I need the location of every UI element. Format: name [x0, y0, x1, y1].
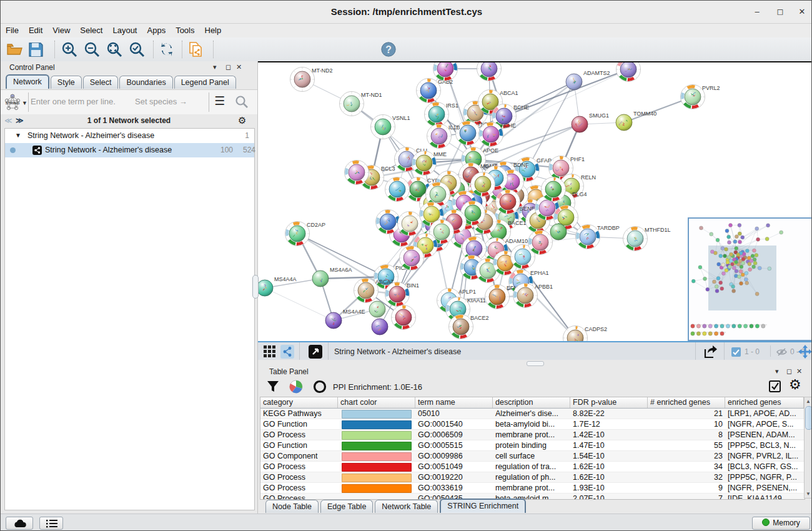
panel-close-icon[interactable]: ✕	[236, 63, 242, 71]
network-node[interactable]	[400, 246, 424, 270]
tab-boundaries[interactable]: Boundaries	[119, 76, 172, 89]
panel-menu-icon[interactable]: ▾	[213, 63, 217, 71]
panel-close-icon[interactable]: ✕	[796, 367, 802, 375]
close-button[interactable]: ✕	[795, 7, 809, 17]
network-node[interactable]	[345, 161, 369, 185]
network-node-mt-nd2[interactable]: MT-ND2	[290, 67, 333, 92]
table-row[interactable]: GO ProcessGO:0033619membrane prot...1.93…	[260, 483, 805, 494]
settings-gear-icon[interactable]: ⚙	[789, 377, 801, 393]
table-row[interactable]: GO ProcessGO:0019220regulation of ph...1…	[260, 472, 805, 483]
checkbox-icon[interactable]	[731, 347, 741, 357]
network-node[interactable]	[471, 172, 495, 197]
network-node-bace2[interactable]: BACE2	[449, 315, 489, 339]
string-dropdown-icon[interactable]: ▼	[22, 100, 27, 106]
menu-tools[interactable]: Tools	[171, 24, 199, 35]
refresh-icon[interactable]	[158, 41, 176, 58]
column-header[interactable]: FDR p-value	[570, 397, 648, 408]
panel-splitter-handle[interactable]	[252, 275, 259, 299]
select-all-icon[interactable]	[769, 380, 781, 392]
network-node[interactable]	[550, 224, 567, 240]
network-node-cd2ap[interactable]: CD2AP	[285, 222, 326, 246]
network-node[interactable]	[528, 231, 553, 255]
network-node-mthfd1l[interactable]: MTHFD1L	[623, 227, 671, 251]
grid-icon[interactable]	[263, 345, 277, 359]
network-node-irs1[interactable]: IRS1	[425, 102, 459, 127]
filter-icon[interactable]	[267, 380, 279, 393]
species-hint[interactable]: Set species →	[135, 97, 187, 106]
save-icon[interactable]	[27, 41, 44, 58]
zoom-selected-icon[interactable]	[128, 41, 146, 58]
tab-node-table[interactable]: Node Table	[265, 500, 319, 513]
table-row[interactable]: KEGG Pathways05010Alzheimer's dise...8.8…	[260, 409, 805, 419]
tree-expand-icon[interactable]: ▼	[15, 132, 21, 139]
network-node-gab2[interactable]: GAB2	[417, 79, 453, 103]
tab-network[interactable]: Network	[6, 74, 49, 89]
scrollbar-thumb[interactable]	[805, 406, 812, 430]
network-node-bin1[interactable]: BIN1	[385, 282, 420, 307]
tab-style[interactable]: Style	[51, 76, 82, 89]
network-view[interactable]: MT-ND2MT-ND1VSNL1GAB2ADAMTS2SMUG1TOMM40P…	[258, 61, 812, 341]
share-icon[interactable]	[280, 345, 294, 359]
table-row[interactable]: GO ProcessGO:0051049regulation of tra...…	[260, 462, 805, 472]
tab-edge-table[interactable]: Edge Table	[320, 500, 373, 513]
zoom-out-icon[interactable]	[83, 41, 101, 58]
navigate-icon[interactable]	[798, 344, 812, 359]
panel-float-icon[interactable]: ◻	[225, 63, 231, 71]
birdseye-view[interactable]	[688, 217, 812, 341]
menu-help[interactable]: Help	[200, 24, 227, 35]
table-scrollbar[interactable]: ▲ ▼	[804, 397, 812, 499]
network-node[interactable]	[542, 177, 566, 202]
network-node-ache[interactable]: ACHE	[479, 122, 517, 147]
menu-select[interactable]: Select	[75, 24, 107, 35]
pie-chart-icon[interactable]	[289, 380, 303, 394]
menu-edit[interactable]: Edit	[24, 24, 47, 35]
network-node[interactable]	[477, 62, 502, 81]
network-node-cadps2[interactable]: CADPS2	[563, 326, 608, 342]
minimize-button[interactable]: –	[750, 7, 764, 17]
hidden-eye-icon[interactable]	[776, 347, 787, 357]
panel-menu-icon[interactable]: ▾	[775, 367, 779, 375]
network-collection-row[interactable]: ▼ String Network - Alzheimer's disease 1	[5, 129, 254, 143]
splitter-handle[interactable]	[527, 361, 544, 366]
enrichment-table[interactable]: categorychart colorterm namedescriptionF…	[260, 397, 805, 500]
network-node[interactable]	[616, 62, 641, 82]
network-node-tardbp[interactable]: TARDBP	[576, 225, 620, 249]
network-node-mt-nd1[interactable]: MT-ND1	[340, 92, 382, 116]
task-list-button[interactable]	[39, 517, 63, 530]
cloud-button[interactable]	[6, 517, 33, 530]
ring-chart-icon[interactable]	[313, 380, 327, 394]
column-header[interactable]: # enriched genes	[648, 397, 725, 408]
network-node-adamts2[interactable]: ADAMTS2	[566, 70, 610, 90]
table-row[interactable]: GO FunctionGO:0005515protein binding1.47…	[260, 440, 805, 451]
open-folder-icon[interactable]	[6, 41, 23, 58]
network-node-mme[interactable]: MME	[412, 151, 447, 176]
menu-apps[interactable]: Apps	[142, 24, 171, 35]
scroll-up-icon[interactable]: ▲	[805, 399, 812, 404]
menu-view[interactable]: View	[47, 24, 75, 35]
tab-legend-panel[interactable]: Legend Panel	[174, 76, 236, 89]
column-header[interactable]: enriched genes	[725, 397, 804, 408]
table-row[interactable]: GO FunctionGO:0001540beta-amyloid bi...1…	[260, 419, 805, 430]
network-node[interactable]	[369, 301, 385, 317]
scroll-down-icon[interactable]: ▼	[805, 491, 812, 497]
help-icon[interactable]: ?	[380, 41, 397, 57]
network-node[interactable]	[385, 177, 410, 202]
panel-float-icon[interactable]: ◻	[786, 367, 792, 375]
network-node[interactable]	[496, 190, 520, 214]
column-header[interactable]: description	[493, 397, 570, 408]
copy-network-icon[interactable]	[187, 41, 204, 58]
network-node-smug1[interactable]: SMUG1	[572, 112, 609, 132]
network-row[interactable]: String Network - Alzheimer's disease 100…	[5, 143, 254, 157]
birdseye-icon[interactable]	[308, 344, 323, 359]
tab-network-table[interactable]: Network Table	[375, 500, 438, 513]
table-row[interactable]: GO ProcessGO:0006509membrane prot...1.42…	[260, 430, 805, 440]
network-node-tomm40[interactable]: TOMM40	[616, 111, 656, 131]
network-node-pvrl2[interactable]: PVRL2	[681, 85, 720, 109]
network-node[interactable]	[398, 212, 422, 236]
tab-select[interactable]: Select	[83, 76, 119, 89]
network-node-vsnl1[interactable]: VSNL1	[371, 115, 410, 139]
search-icon[interactable]	[235, 95, 249, 109]
hamburger-icon[interactable]: ☰	[214, 94, 225, 108]
network-node[interactable]	[392, 305, 416, 330]
column-header[interactable]: category	[260, 397, 338, 408]
